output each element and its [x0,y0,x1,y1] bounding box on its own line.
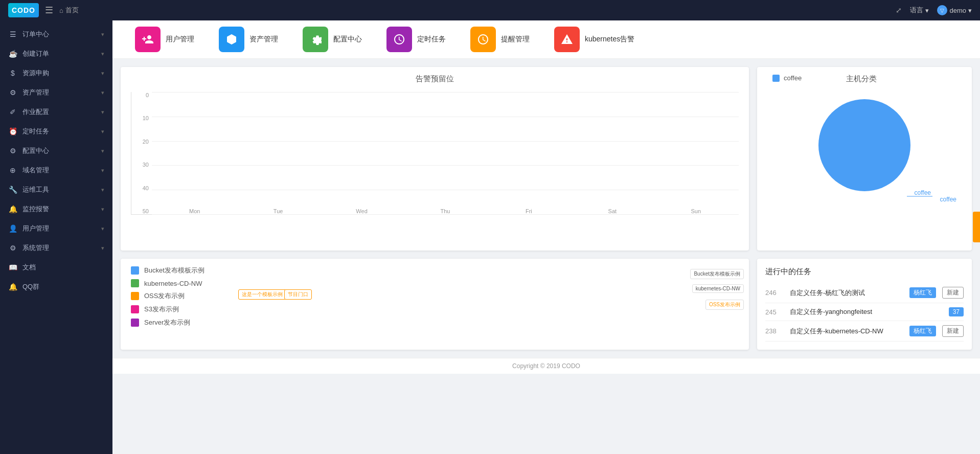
logo: CODO [8,3,39,17]
sidebar-item-label: 创建订单 [22,49,49,58]
domain-mgmt-icon: ⊕ [8,166,17,174]
quick-nav-user-mgmt[interactable]: 用户管理 [123,27,207,52]
legend-item-server: Server发布示例 [131,318,213,327]
topbar: CODO ☰ ⌂ 首页 ⤢ 语言 ▾ ▽ demo ▾ [0,0,980,20]
sidebar-item-label: 订单中心 [22,30,49,39]
bar-wed-label: Wed [356,208,367,214]
dashboard: 告警预留位 50 40 30 20 10 0 [112,59,980,259]
sidebar-item-label: 定时任务 [22,127,49,136]
menu-toggle-icon[interactable]: ☰ [45,5,53,16]
task-name-246: 自定义任务-杨红飞的测试 [790,288,903,298]
pie-legend-label: coffee [784,74,802,82]
quick-nav-alert-mgmt[interactable]: 提醒管理 [458,27,542,52]
bar-sun-label: Sun [691,208,701,214]
legend-item-k8s: kubernetes-CD-NW [131,279,213,287]
pie-legend-dot [772,75,780,82]
sidebar-item-label: QQ群 [22,282,39,291]
sidebar-item-order-center[interactable]: ☰ 订单中心 ▾ [0,25,112,44]
sidebar-item-label: 监控报警 [22,205,49,214]
quick-nav-scheduled-task[interactable]: 定时任务 [374,27,458,52]
sidebar-item-qq-group[interactable]: 🔔 QQ群 [0,277,112,297]
sidebar-item-ops-tools[interactable]: 🔧 运维工具 ▾ [0,180,112,199]
alert-mgmt-nav-icon [470,27,496,52]
bar-wed: Wed [324,205,399,214]
task-status-246[interactable]: 新建 [942,287,964,299]
chevron-icon: ▾ [101,51,104,57]
flow-node-k8s: kubernetes-CD-NW [692,284,744,293]
sidebar-item-scheduled-task[interactable]: ⏰ 定时任务 ▾ [0,122,112,141]
sidebar-item-monitor-alert[interactable]: 🔔 监控报警 ▾ [0,199,112,219]
sidebar-item-asset-mgmt[interactable]: ⚙ 资产管理 ▾ [0,83,112,102]
scheduled-task-nav-label: 定时任务 [417,35,446,44]
k8s-alert-nav-label: kubernetes告警 [585,35,634,44]
resource-purchase-icon: $ [8,69,17,77]
expand-icon[interactable]: ⤢ [896,6,902,14]
sidebar: ☰ 订单中心 ▾ ☕ 创建订单 ▾ $ 资源申购 ▾ ⚙ 资产管理 ▾ [0,20,112,454]
pie-chart-title: 主机分类 [846,74,877,84]
quick-nav-asset-mgmt[interactable]: 资产管理 [207,27,290,52]
chevron-icon: ▾ [101,89,104,96]
task-status-238[interactable]: 新建 [942,325,964,337]
legend-bucket-label: Bucket发布模板示例 [144,266,204,275]
sidebar-item-create-order[interactable]: ☕ 创建订单 ▾ [0,44,112,63]
sidebar-item-label: 用户管理 [22,224,49,233]
bar-tue: Tue [240,205,315,214]
task-tag-245[interactable]: 37 [949,307,964,316]
tasks-title: 进行中的任务 [765,267,964,277]
bottom-grid: Bucket发布模板示例 kubernetes-CD-NW OSS发布示例 [112,259,980,358]
legend-item-s3: S3发布示例 [131,305,213,314]
flow-node-template: 这是一个模板示例 [238,289,286,300]
bars-area: Mon Tue Wed [152,92,739,214]
task-tag-238[interactable]: 杨红飞 [909,326,936,336]
quick-nav-k8s-alert[interactable]: kubernetes告警 [542,27,647,52]
sidebar-item-job-config[interactable]: ✐ 作业配置 ▾ [0,102,112,122]
main-layout: ☰ 订单中心 ▾ ☕ 创建订单 ▾ $ 资源申购 ▾ ⚙ 资产管理 ▾ [0,20,980,454]
task-tag-246[interactable]: 杨红飞 [909,287,936,298]
y-label-20: 20 [131,139,152,145]
legend-oss-label: OSS发布示例 [144,291,185,301]
quick-nav-config-center[interactable]: 配置中心 [290,27,374,52]
legend-item-oss: OSS发布示例 [131,291,213,301]
task-name-245: 自定义任务-yanghongfeitest [790,307,943,316]
user-menu[interactable]: ▽ demo ▾ [937,5,972,15]
legend-item-bucket: Bucket发布模板示例 [131,266,213,275]
sidebar-item-domain-mgmt[interactable]: ⊕ 域名管理 ▾ [0,161,112,180]
lang-chevron: ▾ [925,7,929,14]
sidebar-item-config-center[interactable]: ⚙ 配置中心 ▾ [0,141,112,161]
y-label-30: 30 [131,162,152,168]
bar-fri: Fri [491,205,566,214]
sidebar-item-resource-purchase[interactable]: $ 资源申购 ▾ [0,63,112,83]
bar-sun: Sun [658,205,734,214]
footer: Copyright © 2019 CODO [112,358,980,374]
config-center-icon: ⚙ [8,147,17,155]
sidebar-item-label: 资源申购 [22,69,49,78]
sidebar-item-label: 资产管理 [22,88,49,97]
bar-sat: Sat [575,205,650,214]
legend-server-label: Server发布示例 [144,318,190,327]
chevron-icon: ▾ [101,245,104,252]
chevron-icon: ▾ [101,148,104,154]
legend-flow-card: Bucket发布模板示例 kubernetes-CD-NW OSS发布示例 [121,259,749,350]
task-id-245: 245 [765,308,784,316]
task-id-246: 246 [765,289,784,297]
right-edge-tab[interactable] [973,212,980,242]
language-selector[interactable]: 语言 ▾ [910,6,929,15]
sidebar-item-user-mgmt[interactable]: 👤 用户管理 ▾ [0,219,112,238]
ops-tools-icon: 🔧 [8,186,17,194]
footer-text: Copyright © 2019 CODO [512,362,580,370]
user-mgmt-nav-icon [135,27,161,52]
flow-node-oss: OSS发布示例 [705,300,744,310]
task-row-245: 245 自定义任务-yanghongfeitest 37 [765,303,964,321]
home-icon: ⌂ [59,7,63,14]
pie-svg: coffee [808,89,921,201]
content-area: 用户管理 资产管理 配置中心 定时任务 [112,20,980,454]
chevron-icon: ▾ [101,167,104,174]
bar-chart: 50 40 30 20 10 0 [131,92,739,215]
sidebar-item-docs[interactable]: 📖 文档 [0,258,112,277]
y-label-0: 0 [131,92,152,98]
legend-bucket-dot [131,266,139,275]
y-label-40: 40 [131,185,152,191]
sidebar-item-system-mgmt[interactable]: ⚙ 系统管理 ▾ [0,238,112,258]
legend-list: Bucket发布模板示例 kubernetes-CD-NW OSS发布示例 [121,259,223,340]
y-label-10: 10 [131,115,152,121]
